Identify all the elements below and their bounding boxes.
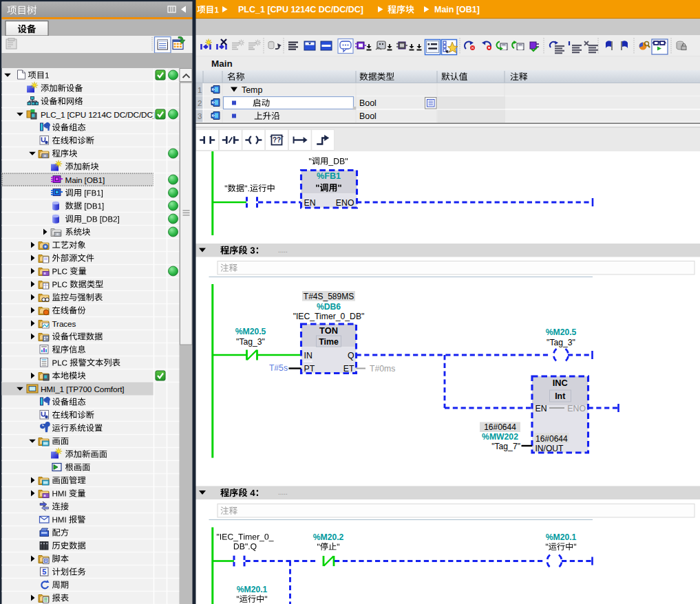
svg-text:IN: IN: [304, 351, 312, 360]
svg-text:INC: INC: [553, 378, 568, 388]
svg-text:3: 3: [198, 112, 202, 120]
svg-text:%MW202: %MW202: [482, 432, 518, 442]
svg-text:Main [OB1]: Main [OB1]: [434, 5, 480, 14]
svg-text:ENO: ENO: [567, 404, 586, 413]
svg-text:Int: Int: [555, 391, 565, 401]
svg-text:T#0ms: T#0ms: [370, 364, 395, 374]
svg-text:5: 5: [42, 568, 46, 576]
svg-text:"Tag_7": "Tag_7": [491, 442, 520, 451]
svg-text:EN: EN: [535, 404, 547, 413]
svg-text:Bool: Bool: [359, 111, 376, 121]
svg-text:T#5s: T#5s: [269, 363, 288, 373]
svg-text:2: 2: [198, 99, 202, 107]
svg-text:ENO: ENO: [336, 198, 354, 208]
svg-text:Temp: Temp: [242, 85, 262, 95]
svg-text:1: 1: [198, 86, 202, 94]
svg-text:TON: TON: [319, 325, 338, 336]
svg-text:HMI_1 [TP700 Comfort]: HMI_1 [TP700 Comfort]: [41, 385, 124, 394]
svg-text:IN/OUT: IN/OUT: [535, 444, 564, 453]
svg-text:%M20.2: %M20.2: [313, 532, 344, 542]
svg-text:"Tag_3": "Tag_3": [236, 337, 265, 347]
svg-text:.....: .....: [278, 246, 288, 254]
svg-text:??: ??: [273, 136, 281, 144]
svg-text:ET: ET: [343, 364, 354, 374]
svg-text:%M20.1: %M20.1: [546, 532, 577, 542]
svg-text:Main: Main: [211, 58, 233, 69]
svg-text:16#0644: 16#0644: [535, 434, 568, 444]
svg-text:16#0644: 16#0644: [484, 422, 516, 432]
svg-text:%DB6: %DB6: [317, 302, 341, 312]
svg-text:T#4S_589MS: T#4S_589MS: [304, 292, 354, 301]
svg-text:%M20.5: %M20.5: [546, 327, 577, 337]
svg-text:%FB1: %FB1: [317, 171, 341, 181]
svg-text:Q: Q: [348, 351, 354, 360]
svg-text:PT: PT: [304, 364, 315, 374]
svg-text:Bool: Bool: [359, 98, 376, 108]
svg-text:"Tag_3": "Tag_3": [547, 338, 575, 347]
svg-text:Traces: Traces: [52, 319, 76, 329]
svg-text:%M20.1: %M20.1: [237, 585, 268, 594]
svg-text:"IEC_Timer_0_DB": "IEC_Timer_0_DB": [293, 312, 365, 321]
svg-text:.....: .....: [278, 488, 288, 496]
svg-text:PLC_1 [CPU 1214C DC/DC/DC]: PLC_1 [CPU 1214C DC/DC/DC]: [238, 5, 363, 14]
svg-text:Time: Time: [319, 337, 339, 347]
svg-text:%M20.5: %M20.5: [235, 327, 266, 336]
svg-text:EN: EN: [304, 198, 316, 208]
svg-text:Main [OB1]: Main [OB1]: [65, 175, 105, 185]
svg-text:PLC_1 [CPU 1214C DC/DC/DC]: PLC_1 [CPU 1214C DC/DC/DC]: [41, 110, 155, 120]
